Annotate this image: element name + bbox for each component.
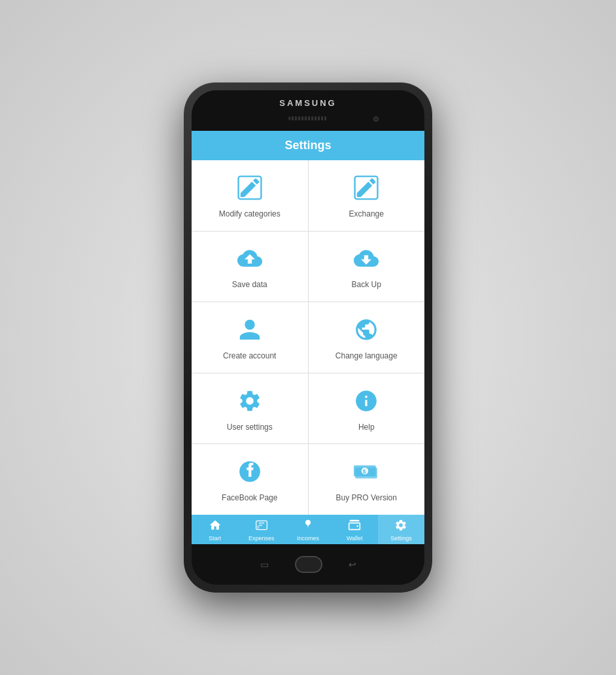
save-data-label: Save data [232,280,267,289]
home-icon [209,519,222,534]
cloud-up-icon [237,246,262,275]
speaker [288,116,328,120]
grid-item-change-language[interactable]: Change language [309,302,425,373]
grid-item-save-data[interactable]: Save data [192,232,308,302]
expenses-icon: $ [255,519,268,534]
grid-item-help[interactable]: Help [309,373,425,444]
top-bezel: SAMSUNG [192,90,424,131]
buy-pro-label: Buy PRO Version [336,493,397,502]
svg-text:$: $ [363,468,366,475]
settings-nav-icon [394,519,407,534]
recent-apps-btn[interactable]: ▭ [260,559,269,570]
wallet-nav-label: Wallet [347,535,363,542]
nav-item-incomes[interactable]: Incomes [284,515,331,544]
incomes-nav-label: Incomes [297,535,319,542]
grid-item-facebook[interactable]: FaceBook Page [192,444,308,515]
nav-item-start[interactable]: Start [192,515,238,544]
facebook-label: FaceBook Page [222,493,277,502]
info-icon [354,389,379,417]
person-icon [237,317,262,346]
gear-icon [237,389,262,417]
svg-text:$: $ [257,525,260,529]
grid-item-modify-categories[interactable]: Modify categories [192,160,308,231]
nav-item-expenses[interactable]: $ Expenses [238,515,284,544]
grid-item-back-up[interactable]: Back Up [309,232,425,302]
change-language-label: Change language [335,351,398,360]
grid-item-user-settings[interactable]: User settings [192,373,308,444]
phone-frame: SAMSUNG Settings [184,82,432,593]
modify-categories-label: Modify categories [219,209,281,218]
wallet-icon [348,519,361,534]
back-up-label: Back Up [352,280,381,289]
phone-inner: SAMSUNG Settings [192,90,424,585]
grid-item-create-account[interactable]: Create account [192,302,308,373]
cloud-down-icon [354,246,379,275]
edit-icon [237,175,262,204]
globe-icon [354,317,379,346]
grid-item-exchange[interactable]: Exchange [309,160,425,231]
screen: Settings Modify categories [192,131,424,544]
back-btn[interactable]: ↩ [349,559,356,570]
grid-item-buy-pro[interactable]: $ Buy PRO Version [309,444,425,515]
facebook-icon [237,459,262,488]
nav-item-wallet[interactable]: Wallet [332,515,378,544]
create-account-label: Create account [223,351,276,360]
start-nav-label: Start [209,535,221,542]
incomes-icon [301,519,315,534]
brand-label: SAMSUNG [279,98,336,108]
help-label: Help [358,423,375,432]
nav-item-settings[interactable]: Settings [378,515,424,544]
exchange-label: Exchange [349,209,384,218]
settings-title: Settings [284,139,331,152]
bottom-navigation: Start $ Expenses [192,515,424,544]
app-header: Settings [192,131,424,160]
settings-nav-label: Settings [390,535,412,542]
money-icon: $ [354,459,379,488]
settings-grid: Modify categories Exchange [192,160,424,515]
user-settings-label: User settings [227,423,273,432]
expenses-nav-label: Expenses [248,535,275,542]
exchange-icon [354,175,379,204]
front-camera [373,116,379,122]
bottom-bezel: ▭ ↩ [192,544,424,585]
home-button[interactable] [295,556,322,573]
